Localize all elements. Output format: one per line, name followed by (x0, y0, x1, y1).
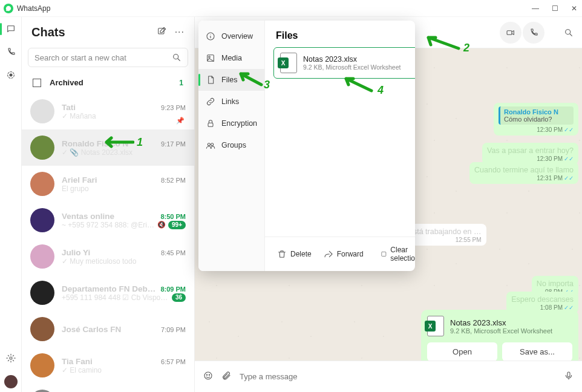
chat-preview: ✓ Muy meticuloso todo (62, 257, 186, 266)
chat-time: 8:52 PM (161, 177, 186, 184)
unread-badge: 36 (172, 293, 186, 302)
magnifier-icon (172, 53, 181, 62)
chat-preview: ✓ 📎 Notas 2023.xlsx (62, 148, 186, 157)
panel-forward-button[interactable]: Forward (320, 247, 367, 261)
unread-badge: 99+ (168, 221, 186, 229)
panel-file-row[interactable]: X Notas 2023.xlsx 9.2 KB, Microsoft Exce… (273, 47, 415, 79)
svg-rect-10 (567, 372, 570, 377)
archive-box-icon (33, 79, 41, 87)
panel-tab-encryption[interactable]: Encryption (198, 113, 264, 134)
reply-snippet: Cómo olvidarlo? (504, 116, 570, 123)
chat-time: 6:57 PM (161, 358, 186, 365)
archived-label: Archived (50, 78, 83, 87)
message-out[interactable]: Vas a pasar a entrar hoy? 12:30 PM✓✓ (482, 143, 578, 165)
excel-file-icon: X (427, 316, 444, 336)
chat-search-input[interactable]: Search or start a new chat (28, 48, 188, 67)
window-title: WhatsApp (17, 4, 50, 13)
rail-chats-icon[interactable] (5, 23, 17, 35)
archived-row[interactable]: Archived 1 (22, 72, 194, 93)
chat-list-item[interactable]: Departamento FN Debate 8:09 PM +595 111 … (22, 275, 194, 311)
chat-list-item[interactable]: Ventas online 8:50 PM ~ +595 972 354 888… (22, 202, 194, 238)
svg-point-9 (209, 374, 209, 375)
chat-avatar (30, 136, 54, 160)
chat-time: 8:50 PM (160, 213, 186, 220)
file-saveas-button[interactable]: Save as... (502, 342, 572, 361)
svg-point-4 (174, 54, 178, 59)
chat-preview: ~ +595 972 354 888: @Erick Guido 🔇 99+ (62, 221, 186, 229)
mic-icon[interactable] (564, 371, 574, 383)
panel-delete-button[interactable]: Delete (273, 247, 315, 261)
chat-time: 7:09 PM (161, 326, 186, 333)
file-open-button[interactable]: Open (427, 342, 497, 361)
message-input[interactable] (240, 372, 555, 381)
chats-menu-icon[interactable]: ··· (175, 27, 185, 39)
svg-point-15 (208, 143, 210, 146)
window-maximize-button[interactable]: ☐ (551, 4, 559, 13)
chat-search-button[interactable] (564, 22, 574, 44)
rail-settings-icon[interactable] (5, 352, 17, 364)
message-out[interactable]: Cuando termine aquí te llamo 12:31 PM✓✓ (469, 162, 578, 184)
chat-time: 8:45 PM (161, 249, 186, 256)
svg-point-7 (204, 372, 212, 379)
panel-clear-selection-button[interactable]: Clear selection (377, 243, 415, 265)
panel-tab-groups[interactable]: Groups (198, 134, 264, 156)
chat-preview: El grupo (62, 185, 186, 193)
window-close-button[interactable]: ✕ (570, 4, 578, 13)
chat-avatar (30, 317, 54, 341)
file-attachment-card[interactable]: X Notas 2023.xlsx 9.2 KB, Microsoft Exce… (421, 310, 578, 361)
chat-avatar (30, 281, 54, 305)
rail-status-icon[interactable] (5, 69, 17, 81)
chat-preview: ✓ Mañana (62, 112, 186, 120)
chat-name: Tati (62, 103, 76, 112)
lock-icon (206, 119, 215, 128)
panel-file-meta: 9.2 KB, Microsoft Excel Worksheet (303, 64, 401, 71)
chat-preview: ✓ El camino (62, 366, 186, 374)
panel-tab-overview[interactable]: Overview (198, 25, 264, 47)
svg-point-16 (211, 143, 214, 146)
chat-name: José Carlos FN (62, 325, 121, 334)
rail-calls-icon[interactable] (5, 46, 17, 58)
chat-preview: +595 111 984 448 ☑ Cb Vispo… 36 (62, 293, 186, 302)
chat-time: 9:23 PM (161, 104, 186, 111)
reply-author: Ronaldo Fisico N (504, 108, 570, 116)
chat-avatar (30, 244, 54, 269)
file-meta: 9.2 KB, Microsoft Excel Worksheet (450, 327, 552, 335)
nav-rail (0, 17, 22, 392)
window-minimize-button[interactable]: — (531, 4, 540, 13)
chat-name: Ventas online (62, 212, 114, 221)
new-chat-icon[interactable] (157, 27, 166, 39)
svg-point-1 (10, 74, 12, 76)
svg-point-13 (209, 56, 211, 58)
media-icon (206, 53, 215, 63)
video-call-button[interactable] (500, 22, 522, 44)
panel-tab-files[interactable]: Files (198, 69, 264, 91)
attach-icon[interactable] (221, 371, 231, 383)
svg-point-8 (206, 374, 207, 375)
panel-tab-media[interactable]: Media (198, 47, 264, 69)
chat-list-item[interactable]: Tati 9:23 PM ✓ Mañana 📌 (22, 93, 194, 129)
panel-tab-links[interactable]: Links (198, 91, 264, 113)
panel-title: Files (265, 21, 415, 47)
chat-list-item[interactable]: Economía 09trallas 6:22 PM ~ Fernando E … (22, 384, 194, 392)
chat-name: Departamento FN Debate (62, 284, 157, 293)
chat-list-item[interactable]: Ronaldo Fisico N 9:17 PM ✓ 📎 Notas 2023.… (22, 129, 194, 166)
chat-list-item[interactable]: José Carlos FN 7:09 PM (22, 311, 194, 347)
archived-count: 1 (179, 79, 183, 87)
file-icon (206, 75, 215, 85)
chat-list-item[interactable]: Tia Fani 6:57 PM ✓ El camino (22, 347, 194, 384)
emoji-icon[interactable] (203, 371, 213, 383)
whatsapp-logo-icon (4, 4, 13, 13)
chat-avatar (30, 99, 54, 123)
file-name: Notas 2023.xlsx (450, 318, 552, 327)
chat-time: 9:17 PM (161, 140, 186, 148)
svg-point-6 (566, 29, 571, 34)
voice-call-button[interactable] (523, 22, 544, 44)
chat-list-item[interactable]: Ariel Fari 8:52 PM El grupo (22, 166, 194, 202)
svg-rect-14 (208, 123, 213, 126)
chats-title: Chats (31, 25, 65, 39)
chat-list-item[interactable]: Julio Yi 8:45 PM ✓ Muy meticuloso todo (22, 238, 194, 275)
svg-rect-5 (507, 30, 512, 34)
rail-profile-avatar[interactable] (4, 375, 18, 388)
compose-bar (195, 361, 582, 392)
chat-avatar (30, 353, 54, 377)
